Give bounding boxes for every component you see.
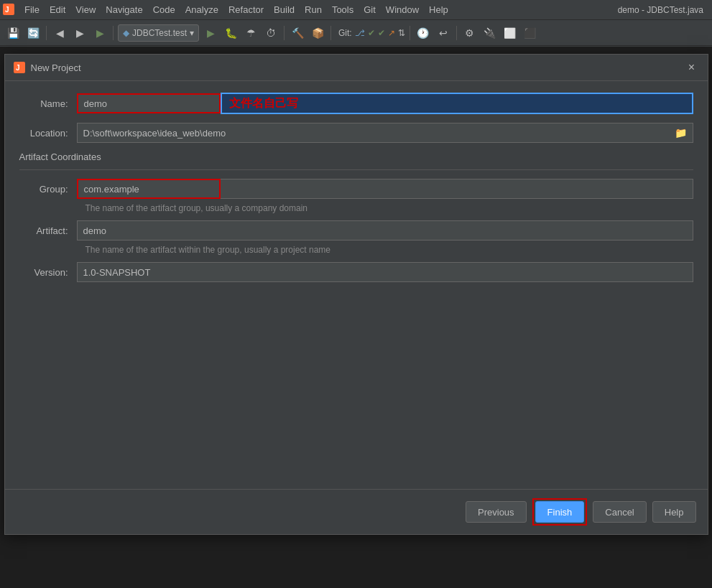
config-name: JDBCTest.test (132, 28, 187, 38)
version-input[interactable] (77, 262, 693, 282)
coverage-button[interactable]: ☂ (242, 24, 259, 42)
git-check-icon[interactable]: ✔ (368, 28, 375, 38)
previous-button[interactable]: Previous (466, 501, 527, 523)
section-divider (19, 169, 693, 170)
git-arrow-icon[interactable]: ↗ (388, 28, 395, 38)
window-title: demo - JDBCTest.java (618, 5, 709, 15)
new-project-dialog: J New Project × Name: 文件名自己写 Location: (4, 54, 708, 535)
close-button[interactable]: × (685, 60, 699, 75)
git-merge-icon[interactable]: ⇅ (398, 28, 405, 38)
git-check2-icon[interactable]: ✔ (378, 28, 385, 38)
menu-tools[interactable]: Tools (328, 3, 358, 17)
dialog-title: New Project (31, 62, 81, 73)
name-annotation-box: 文件名自己写 (221, 93, 693, 114)
plugins-button[interactable]: 🔌 (481, 24, 499, 42)
window-btn[interactable]: ⬜ (501, 24, 519, 42)
menu-code[interactable]: Code (149, 3, 180, 17)
toolbar-separator-3 (284, 26, 285, 40)
forward-button[interactable]: ▶ (71, 24, 88, 42)
location-input[interactable] (77, 123, 669, 143)
toolbar-separator-1 (46, 26, 47, 40)
menu-run[interactable]: Run (300, 3, 326, 17)
menu-build[interactable]: Build (269, 3, 299, 17)
dialog-body: Name: 文件名自己写 Location: 📁 Artifact Coordi… (5, 81, 708, 302)
group-input[interactable] (77, 179, 221, 199)
name-label: Name: (19, 98, 77, 109)
dialog-footer: Previous Finish Cancel Help (5, 489, 708, 534)
dialog-logo-icon: J (14, 62, 25, 73)
toolbar-separator-6 (456, 26, 457, 40)
name-field-container: 文件名自己写 (77, 93, 693, 114)
menu-bar: J File Edit View Navigate Code Analyze R… (0, 0, 712, 20)
profile-button[interactable]: ⏱ (262, 24, 279, 42)
cancel-button[interactable]: Cancel (593, 501, 646, 523)
dialog-titlebar: J New Project × (5, 55, 708, 81)
group-hint: The name of the artifact group, usually … (85, 203, 693, 213)
artifact-hint: The name of the artifact within the grou… (85, 245, 693, 255)
run-config-dropdown[interactable]: ◆ JDBCTest.test ▾ (118, 24, 199, 42)
save-all-button[interactable]: 💾 (4, 24, 22, 42)
maximize-btn[interactable]: ⬛ (522, 24, 539, 42)
undo-button[interactable]: ↩ (435, 24, 452, 42)
history-button[interactable]: 🕐 (415, 24, 432, 42)
sync-button[interactable]: 🔄 (24, 24, 42, 42)
dialog-spacer (5, 302, 708, 489)
name-annotation-text: 文件名自己写 (229, 96, 298, 111)
menu-git[interactable]: Git (359, 3, 380, 17)
help-button[interactable]: Help (652, 501, 696, 523)
artifact-row: Artifact: (19, 220, 693, 241)
dialog-overlay: J New Project × Name: 文件名自己写 Location: (0, 47, 712, 588)
menu-navigate[interactable]: Navigate (101, 3, 147, 17)
version-label: Version: (19, 267, 77, 278)
menu-edit[interactable]: Edit (45, 3, 70, 17)
settings-button[interactable]: ⚙ (461, 24, 478, 42)
name-input[interactable] (77, 93, 221, 113)
finish-button[interactable]: Finish (535, 501, 585, 523)
finish-highlight-wrapper: Finish (532, 498, 588, 526)
location-label: Location: (19, 128, 77, 139)
location-row: Location: 📁 (19, 123, 693, 143)
config-icon: ◆ (123, 28, 129, 38)
back-button[interactable]: ◀ (51, 24, 68, 42)
group-label: Group: (19, 184, 77, 195)
menu-help[interactable]: Help (425, 3, 453, 17)
run-button[interactable]: ▶ (202, 24, 219, 42)
app-logo: J (3, 4, 16, 17)
toolbar: 💾 🔄 ◀ ▶ ▶ ◆ JDBCTest.test ▾ ▶ 🐛 ☂ ⏱ 🔨 📦 … (0, 20, 712, 46)
debug-button[interactable]: 🐛 (222, 24, 239, 42)
pkg-btn[interactable]: 📦 (309, 24, 326, 42)
location-input-container: 📁 (77, 123, 693, 143)
menu-view[interactable]: View (71, 3, 100, 17)
git-label: Git: (338, 28, 352, 38)
chevron-down-icon: ▾ (190, 28, 194, 38)
menu-refactor[interactable]: Refactor (224, 3, 268, 17)
folder-browse-button[interactable]: 📁 (669, 123, 693, 143)
build-btn[interactable]: 🔨 (289, 24, 306, 42)
menu-analyze[interactable]: Analyze (181, 3, 223, 17)
menu-file[interactable]: File (20, 3, 44, 17)
menu-window[interactable]: Window (382, 3, 423, 17)
artifact-label: Artifact: (19, 225, 77, 236)
toolbar-separator-5 (410, 26, 410, 40)
git-branch-icon[interactable]: ⎇ (355, 28, 365, 38)
artifact-input[interactable] (77, 220, 693, 241)
svg-text:J: J (16, 64, 20, 72)
toolbar-separator-4 (330, 26, 331, 40)
run-recent-button[interactable]: ▶ (91, 24, 108, 42)
toolbar-separator-2 (113, 26, 114, 40)
version-row: Version: (19, 262, 693, 282)
name-row: Name: 文件名自己写 (19, 93, 693, 114)
group-row: Group: (19, 179, 693, 199)
svg-text:J: J (5, 6, 9, 14)
git-section: Git: ⎇ ✔ ✔ ↗ ⇅ (338, 28, 405, 38)
artifact-section-header: Artifact Coordinates (19, 151, 693, 162)
